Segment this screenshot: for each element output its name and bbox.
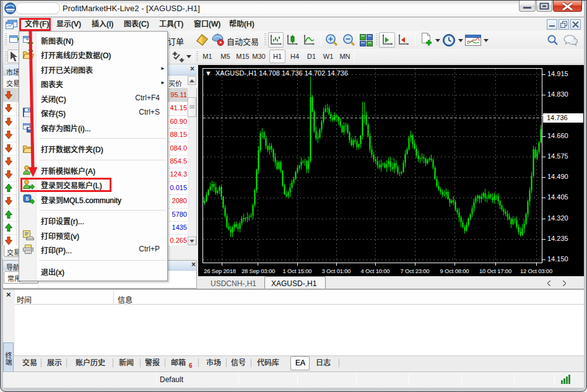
svg-text:5: 5 [25,196,28,202]
